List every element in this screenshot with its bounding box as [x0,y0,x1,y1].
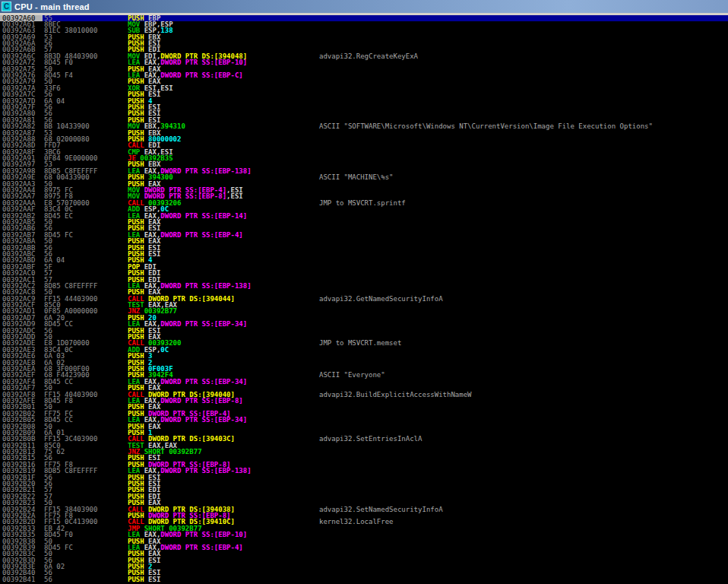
disasm-row[interactable]: 00392B1556PUSH ESI [0,455,728,462]
disasm-row[interactable]: 00392B3C50PUSH EAX [0,551,728,557]
comment-cell: kernel32.LocalFree [319,519,394,525]
comment-cell: advapi32.SetEntriesInAclA [319,436,422,443]
disasm-row[interactable]: 00392A6381EC 38010000SUB ESP,138 [0,28,728,34]
disasm-row[interactable]: 00392AFE8D45 F8LEA EAX,DWORD PTR SS:[EBP… [0,398,728,404]
disasm-row[interactable]: 00392B198D85 C8FEFFFFLEA EAX,DWORD PTR S… [0,468,728,474]
disasm-row[interactable]: 00392B2056PUSH ESI [0,481,728,487]
disasm-row[interactable]: 00392AB550PUSH EAX [0,220,728,226]
comment-cell: advapi32.RegCreateKeyExA [319,53,418,60]
disasm-row[interactable]: 00392A8868 02000080PUSH 80000002 [0,136,728,142]
comment-cell: ASCII "MACHINE\%s" [319,174,394,181]
comment-cell: advapi32.SetNamedSecurityInfoA [319,506,443,513]
disasm-row[interactable]: 00392AAF83C4 0CADD ESP,0C [0,207,728,213]
disasm-row[interactable]: 00392A7550PUSH EAX [0,66,728,72]
disasm-row[interactable]: 00392A768D45 F4LEA EAX,DWORD PTR SS:[EBP… [0,73,728,79]
disasm-row[interactable]: 00392AE86A 02PUSH 2 [0,360,728,366]
disasm-row[interactable]: 00392AC9FF15 44403900CALL DWORD PTR DS:[… [0,296,728,302]
disasm-row[interactable]: 00392AB28D45 ECLEA EAX,DWORD PTR SS:[EBP… [0,213,728,219]
disasm-row[interactable]: 00392B0BFF15 3C403900CALL DWORD PTR DS:[… [0,436,728,443]
disassembly-cell: PUSH ESI [128,576,160,583]
disasm-row[interactable]: 00392B24FF15 38403900CALL DWORD PTR DS:[… [0,506,728,513]
window-titlebar[interactable]: C CPU - main thread [0,0,728,13]
disasm-row[interactable]: 00392ADC56PUSH ESI [0,328,728,334]
disasm-row[interactable]: 00392A6953PUSH EBX [0,34,728,40]
disasm-row[interactable]: 00392ABF5FPOP EDI [0,264,728,270]
disasm-row[interactable]: 00392AA350PUSH EAX [0,181,728,187]
disasm-row[interactable]: 00392B3D56PUSH ESI [0,557,728,563]
disasm-row[interactable]: 00392A8F3BC6CMP EAX,ESI [0,149,728,155]
hexdump-cell: 56 [44,576,52,583]
disasm-row[interactable]: 00392B358D45 F0LEA EAX,DWORD PTR SS:[EBP… [0,532,728,538]
disasm-row[interactable]: 00392B0150PUSH EAX [0,405,728,411]
disasm-row[interactable]: 00392B4056PUSH ESI [0,570,728,576]
disasm-row[interactable]: 00392A7C56PUSH ESI [0,92,728,98]
comment-cell: advapi32.BuildExplicitAccessWithNameW [319,392,471,398]
disasm-row[interactable]: 00392A6055PUSH EBP [0,15,728,21]
comment-cell: ASCII "SOFTWARE\Microsoft\Windows NT\Cur… [319,123,653,130]
disasm-row[interactable]: 00392B058D45 CCLEA EAX,DWORD PTR SS:[EBP… [0,417,728,424]
disasm-row[interactable]: 00392AF8FF15 40403900CALL DWORD PTR DS:[… [0,392,728,398]
disasm-row[interactable]: 00392B1375 62JNZ SHORT 00392B77 [0,449,728,455]
address-cell: 00392B41 [2,576,35,583]
disasm-row[interactable]: 00392ADEE8 1D070000CALL 00393200JMP to M… [0,341,728,347]
disasm-row[interactable]: 00392AC057PUSH EDI [0,271,728,277]
disasm-row[interactable]: 00392A6A56PUSH ESI [0,41,728,47]
disassembly-pane[interactable]: 00392A6055PUSH EBP00392A618BECMOV EBP,ES… [0,15,728,584]
disasm-row[interactable]: 00392ABB56PUSH ESI [0,245,728,251]
cpu-window-icon: C [2,2,11,11]
disasm-row[interactable]: 00392B1F56PUSH ESI [0,474,728,481]
comment-cell: JMP to MSVCRT.sprintf [319,200,406,207]
disasm-row[interactable]: 00392B2DFF15 0C413900CALL DWORD PTR DS:[… [0,519,728,525]
disasm-row[interactable]: 00392A728D45 F0LEA EAX,DWORD PTR SS:[EBP… [0,60,728,66]
disasm-row[interactable]: 00392B0850PUSH EAX [0,424,728,430]
disasm-row[interactable]: 00392ABD6A 04PUSH 4 [0,258,728,264]
comment-cell: ASCII "Everyone" [319,372,385,379]
disasm-row[interactable]: 00392A8753PUSH EBX [0,130,728,136]
disasm-row[interactable]: 00392AD10F85 A0000000JNZ 00392B77 [0,309,728,315]
disasm-row[interactable]: 00392B398D45 FCLEA EAX,DWORD PTR SS:[EBP… [0,544,728,551]
disasm-row[interactable]: 00392ABC56PUSH ESI [0,251,728,257]
disasm-row[interactable]: 00392A82BB 10433900MOV EBX,394310ASCII "… [0,124,728,130]
disasm-row[interactable]: 00392ABA50PUSH EAX [0,239,728,245]
disasm-row[interactable]: 00392B3850PUSH EAX [0,538,728,544]
disasm-row[interactable]: 00392AE383C4 0CADD ESP,0C [0,347,728,353]
disasm-row[interactable]: 00392A8056PUSH ESI [0,111,728,117]
disasm-row[interactable]: 00392AB656PUSH ESI [0,226,728,232]
disasm-row[interactable]: 00392AD76A 20PUSH 20 [0,315,728,321]
disasm-row[interactable]: 00392A910F84 9E000000JE 00392B35 [0,156,728,162]
disasm-row[interactable]: 00392B2157PUSH EDI [0,487,728,494]
disasm-row[interactable]: 00392ACF85C0TEST EAX,EAX [0,303,728,309]
disasm-row[interactable]: 00392AD98D45 CCLEA EAX,DWORD PTR SS:[EBP… [0,322,728,328]
disasm-row[interactable]: 00392A7D6A 04PUSH 4 [0,98,728,104]
disasm-row[interactable]: 00392A618BECMOV EBP,ESP [0,21,728,27]
disasm-row[interactable]: 00392B3E6A 02PUSH 2 [0,564,728,570]
disasm-row[interactable]: 00392A6C8B3D 48403900MOV EDI,DWORD PTR D… [0,53,728,59]
window-title: CPU - main thread [14,2,90,11]
comment-cell: advapi32.GetNamedSecurityInfoA [319,296,443,303]
disasm-row[interactable]: 00392AC28D85 C8FEFFFFLEA EAX,DWORD PTR S… [0,283,728,289]
disasm-row[interactable]: 00392AEF68 F4423900PUSH 3942F4ASCII "Eve… [0,373,728,379]
disasm-row[interactable]: 00392B2257PUSH EDI [0,494,728,500]
disasm-row[interactable]: 00392A8DFFD7CALL EDI [0,143,728,149]
disasm-row[interactable]: 00392AAAE8 57070000CALL 00393206JMP to M… [0,200,728,206]
disasm-row[interactable]: 00392AA48975 FCMOV DWORD PTR SS:[EBP-4],… [0,188,728,194]
disasm-row[interactable]: 00392B1185C0TEST EAX,EAX [0,443,728,449]
disasm-row[interactable]: 00392B16FF75 F8PUSH DWORD PTR SS:[EBP-8] [0,462,728,468]
disasm-row[interactable]: 00392AF48D45 CCLEA EAX,DWORD PTR SS:[EBP… [0,379,728,385]
disasm-row[interactable]: 00392AC157PUSH EDI [0,277,728,283]
disasm-row[interactable]: 00392A7F56PUSH ESI [0,104,728,110]
disasm-row[interactable]: 00392A9E68 00433900PUSH 394300ASCII "MAC… [0,175,728,181]
comment-cell: JMP to MSVCRT.memset [319,340,401,347]
disasm-row[interactable]: 00392A7950PUSH EAX [0,79,728,85]
disasm-row[interactable]: 00392A7A33F6XOR ESI,ESI [0,85,728,91]
disasm-row[interactable]: 00392AB78D45 FCLEA EAX,DWORD PTR SS:[EBP… [0,232,728,238]
disasm-row[interactable]: 00392AE66A 03PUSH 3 [0,354,728,360]
disasm-row[interactable]: 00392B02FF75 FCPUSH DWORD PTR SS:[EBP-4] [0,411,728,417]
cpu-window: C CPU - main thread 00392A6055PUSH EBP00… [0,0,728,584]
disasm-row[interactable]: 00392A9753PUSH EBX [0,162,728,168]
disasm-row[interactable]: 00392B33EB 42JMP SHORT 00392B77 [0,525,728,532]
disasm-row[interactable]: 00392B4156PUSH ESI [0,576,728,582]
